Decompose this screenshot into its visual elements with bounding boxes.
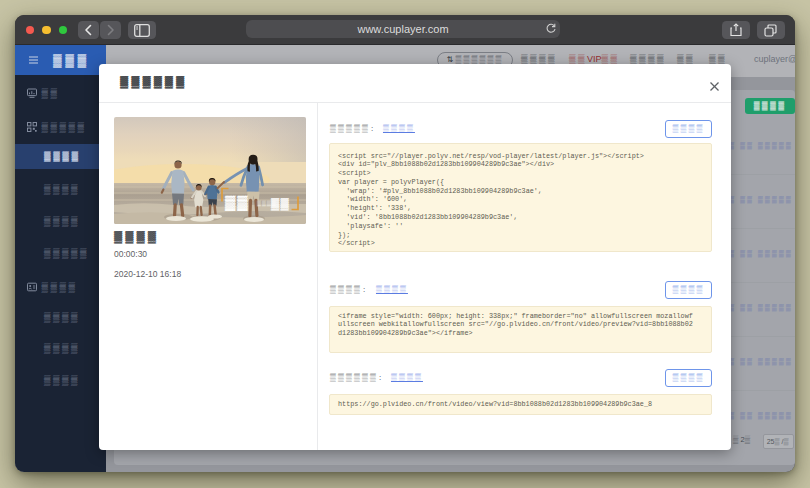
svg-text:▓▓: ▓▓: [271, 197, 290, 211]
svg-text:▓▓: ▓▓: [225, 194, 249, 212]
